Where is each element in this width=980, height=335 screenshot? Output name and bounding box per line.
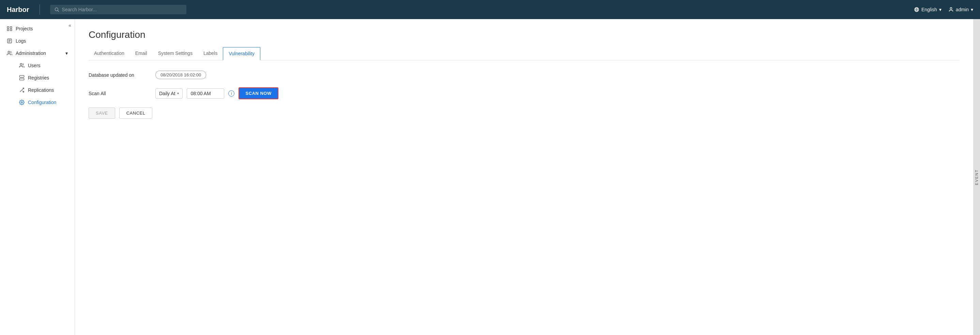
svg-point-16 (8, 51, 10, 53)
save-button[interactable]: SAVE (89, 107, 115, 119)
scan-all-label: Scan All (89, 91, 150, 96)
sidebar-item-projects[interactable]: Projects (0, 22, 75, 35)
page-title: Configuration (89, 29, 959, 40)
event-sidebar[interactable]: EVENT (973, 19, 980, 335)
sidebar-item-replications[interactable]: Replications (7, 84, 75, 96)
language-selector[interactable]: English ▾ (914, 7, 942, 12)
sidebar-sub-admin: Users Registries Replications Configurat… (0, 59, 75, 108)
tab-vulnerability[interactable]: Vulnerability (223, 47, 260, 61)
scan-frequency-dropdown[interactable]: Daily At ▾ (155, 88, 183, 99)
app-logo: Harbor (7, 6, 29, 14)
svg-rect-19 (19, 78, 24, 80)
svg-line-1 (57, 11, 59, 11)
search-icon (54, 7, 59, 12)
language-label: English (921, 7, 937, 12)
tab-system-settings[interactable]: System Settings (153, 47, 198, 61)
tab-labels[interactable]: Labels (198, 47, 223, 61)
db-updated-row: Database updated on 08/20/2018 16:02:00 (89, 70, 959, 79)
scan-all-row: Scan All Daily At ▾ i SCAN NOW (89, 87, 959, 99)
sidebar-collapse-button[interactable]: « (68, 22, 71, 28)
event-label: EVENT (975, 169, 978, 185)
search-input[interactable] (62, 7, 182, 12)
main-layout: « Projects Logs Administration ▾ (0, 19, 980, 335)
svg-point-0 (55, 8, 58, 11)
sidebar-item-projects-label: Projects (16, 26, 33, 31)
sidebar-item-users-label: Users (28, 63, 41, 68)
svg-rect-8 (7, 27, 9, 28)
sidebar-item-registries-label: Registries (28, 75, 49, 80)
db-updated-label: Database updated on (89, 72, 150, 78)
svg-rect-18 (19, 75, 24, 77)
scan-time-input[interactable] (187, 88, 224, 99)
administration-chevron: ▾ (65, 51, 68, 56)
sidebar-item-configuration-label: Configuration (28, 100, 56, 105)
sidebar-item-registries[interactable]: Registries (7, 72, 75, 84)
sidebar-item-administration-label: Administration (16, 51, 46, 56)
topnav: Harbor English ▾ admin ▾ (0, 0, 980, 19)
registries-icon (19, 75, 24, 80)
replications-icon (19, 87, 24, 93)
svg-rect-9 (10, 27, 12, 28)
tab-authentication[interactable]: Authentication (89, 47, 130, 61)
projects-icon (7, 26, 12, 31)
action-buttons: SAVE CANCEL (89, 107, 959, 119)
admin-icon (7, 51, 12, 56)
sidebar-item-administration[interactable]: Administration ▾ (0, 47, 75, 59)
info-icon[interactable]: i (228, 90, 234, 97)
globe-icon (914, 7, 920, 12)
sidebar-item-replications-label: Replications (28, 87, 54, 93)
sidebar-item-users[interactable]: Users (7, 59, 75, 72)
sidebar-item-logs[interactable]: Logs (0, 35, 75, 47)
users-icon (19, 63, 24, 68)
user-label: admin (956, 7, 969, 12)
db-updated-value: 08/20/2018 16:02:00 (155, 70, 206, 79)
main-content: Configuration Authentication Email Syste… (75, 19, 973, 335)
user-icon (948, 7, 954, 12)
cancel-button[interactable]: CANCEL (119, 107, 153, 119)
scan-now-button[interactable]: SCAN NOW (239, 87, 278, 99)
scan-controls: Daily At ▾ i SCAN NOW (155, 87, 278, 99)
svg-point-24 (21, 102, 22, 103)
frequency-chevron-icon: ▾ (177, 91, 179, 95)
config-icon (19, 100, 24, 105)
svg-rect-10 (7, 29, 9, 31)
sidebar: « Projects Logs Administration ▾ (0, 19, 75, 335)
search-bar[interactable] (50, 5, 186, 14)
sidebar-item-configuration[interactable]: Configuration (7, 96, 75, 108)
topnav-right: English ▾ admin ▾ (914, 7, 973, 12)
scan-frequency-value: Daily At (159, 91, 175, 96)
user-chevron: ▾ (971, 7, 973, 12)
user-menu[interactable]: admin ▾ (948, 7, 973, 12)
nav-divider (40, 5, 40, 15)
config-tabs: Authentication Email System Settings Lab… (89, 47, 959, 61)
tab-email[interactable]: Email (130, 47, 153, 61)
svg-point-7 (950, 8, 952, 9)
language-chevron: ▾ (939, 7, 942, 12)
svg-rect-11 (10, 29, 12, 31)
logs-icon (7, 38, 12, 44)
svg-point-17 (20, 64, 22, 65)
sidebar-item-logs-label: Logs (16, 38, 26, 44)
